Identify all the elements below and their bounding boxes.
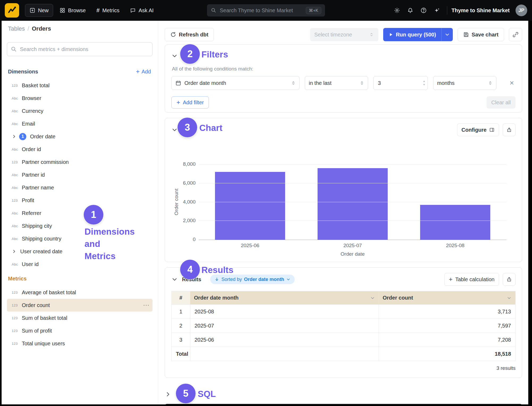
sidebar-dimension-profit[interactable]: 123Profit [7,194,153,207]
add-dimension-label: Add [141,69,151,75]
sidebar-metric-order-count[interactable]: 123Order count⋯ [7,299,153,312]
export-results-button[interactable] [503,273,516,286]
order-date-month-cell[interactable]: 2025-07 [190,319,379,333]
share-icon [506,127,512,132]
settings-button[interactable] [391,5,403,16]
help-icon [420,7,427,14]
filter-value-input[interactable] [377,80,410,86]
field-label: Average of basket total [22,289,76,296]
order-date-month-cell[interactable]: 2025-06 [190,333,379,347]
order-date-month-cell[interactable]: 2025-08 [190,305,379,319]
sidebar-dimension-currency[interactable]: AbcCurrency [7,105,153,117]
number-stepper[interactable] [422,80,426,86]
sidebar-dimension-browser[interactable]: AbcBrowser [7,92,153,105]
y-tick-label: 8,000 [165,161,196,167]
add-filter-button[interactable]: + Add filter [171,96,209,109]
new-button-label: New [38,7,49,14]
chevron-down-icon[interactable] [507,296,512,300]
run-query-button[interactable]: Run query (500) [383,28,441,41]
table-row: 32025-067,208 [172,333,516,347]
sidebar-dimension-user-id[interactable]: AbcUser id [7,258,153,271]
stepper-down-icon[interactable] [422,83,426,86]
metrics-nav-button[interactable]: # Metrics [92,4,124,17]
org-name[interactable]: Thyme to Shine Market [451,7,510,14]
sidebar-metric-sum-of-basket-total[interactable]: 123Sum of basket total [7,312,153,324]
save-chart-button[interactable]: Save chart [458,28,504,41]
column-header-order-count[interactable]: Order count [379,291,516,305]
sidebar-search-input[interactable] [7,42,153,56]
global-search-bar[interactable]: Search Thyme to Shine Market ⌘+K [207,4,325,16]
gridline [199,183,506,183]
field-label: Order count [22,302,50,308]
sidebar-dimension-shipping-city[interactable]: AbcShipping city [7,219,153,232]
sidebar-dimension-basket-total[interactable]: 123Basket total [7,79,153,92]
field-label: Total unique users [22,341,65,347]
sorted-by-pill[interactable]: Sorted by Order date month [210,275,295,284]
field-label: Sum of basket total [22,315,67,321]
table-calculation-button[interactable]: + Table calculation [444,273,499,286]
sql-code-block[interactable] [165,404,522,404]
help-button[interactable] [418,5,429,16]
share-link-button[interactable] [509,28,522,41]
sidebar-metric-total-unique-users[interactable]: 123Total unique users [7,337,153,350]
filter-operator-select[interactable]: in the last [305,76,368,90]
sidebar-dimension-email[interactable]: AbcEmail [7,117,153,130]
expand-sql-chevron-icon[interactable] [165,388,172,400]
refresh-dbt-button[interactable]: Refresh dbt [165,28,214,41]
notifications-button[interactable] [404,5,416,16]
user-avatar[interactable]: JP [516,5,527,16]
collapse-chart-chevron-icon[interactable] [171,124,178,136]
sidebar-dimension-order-date[interactable]: 1Order date [7,130,153,143]
app-logo[interactable] [5,3,19,18]
breadcrumb-tables[interactable]: Tables [8,25,25,32]
new-button[interactable]: New [25,4,53,17]
browse-button[interactable]: Browse [55,4,90,17]
timezone-select[interactable]: Select timezone [310,28,378,41]
collapse-filters-chevron-icon[interactable] [171,50,178,62]
order-count-cell[interactable]: 7,208 [379,333,516,347]
sidebar-dimension-partner-id[interactable]: AbcPartner id [7,168,153,181]
ask-ai-button[interactable]: Ask AI [126,4,158,17]
bar-band [301,164,404,240]
metrics-header: Metrics [7,274,153,283]
plus-icon: + [136,69,140,74]
sidebar-dimension-user-created-date[interactable]: User created date [7,245,153,258]
gridline [199,221,506,221]
export-chart-button[interactable] [503,123,516,136]
top-navbar: New Browse # Metrics Ask AI Search Thyme… [0,0,532,21]
filters-condition-text: All of the following conditions match: [172,66,516,72]
results-header: Results Sorted by Order date month + Tab… [171,273,516,286]
sidebar-metric-sum-of-profit[interactable]: 123Sum of profit [7,324,153,337]
stepper-up-icon[interactable] [422,80,426,83]
calendar-icon [175,80,181,86]
sidebar-dimension-shipping-country[interactable]: AbcShipping country [7,232,153,245]
save-chart-label: Save chart [472,32,499,38]
explore-sidebar: Tables / Orders Dimensions + Add 123Bask… [2,21,158,404]
filters-section: All of the following conditions match: O… [165,44,522,113]
ai-sparkles-button[interactable] [431,5,443,16]
bar-2025-07[interactable] [318,168,388,240]
chevron-down-icon[interactable] [370,296,375,300]
configure-chart-button[interactable]: Configure [457,123,499,136]
filter-rule-row: Order date month in the last months [171,76,516,90]
order-count-cell[interactable]: 3,713 [379,305,516,319]
filter-field-select[interactable]: Order date month [171,76,299,90]
remove-filter-button[interactable]: × [508,80,516,86]
sidebar-dimension-order-id[interactable]: AbcOrder id [7,143,153,156]
sidebar-dimension-partner-name[interactable]: AbcPartner name [7,181,153,194]
y-tick-label: 6,000 [165,180,196,186]
chevron-right-icon [12,249,16,254]
more-options-icon[interactable]: ⋯ [143,304,149,306]
order-count-cell[interactable]: 7,597 [379,319,516,333]
sidebar-dimension-partner-commission[interactable]: 123Partner commission [7,156,153,168]
column-header-order-date-month[interactable]: Order date month [190,291,379,305]
filter-unit-select[interactable]: months [433,76,496,90]
sidebar-dimension-referrer[interactable]: AbcReferrer [7,207,153,219]
bar-2025-06[interactable] [215,172,285,240]
run-query-options-button[interactable] [442,28,453,41]
clear-all-button[interactable]: Clear all [487,96,516,109]
bar-2025-08[interactable] [420,205,490,240]
add-dimension-button[interactable]: + Add [136,69,153,75]
collapse-results-chevron-icon[interactable] [171,274,178,285]
sidebar-metric-average-of-basket-total[interactable]: 123Average of basket total [7,286,153,299]
